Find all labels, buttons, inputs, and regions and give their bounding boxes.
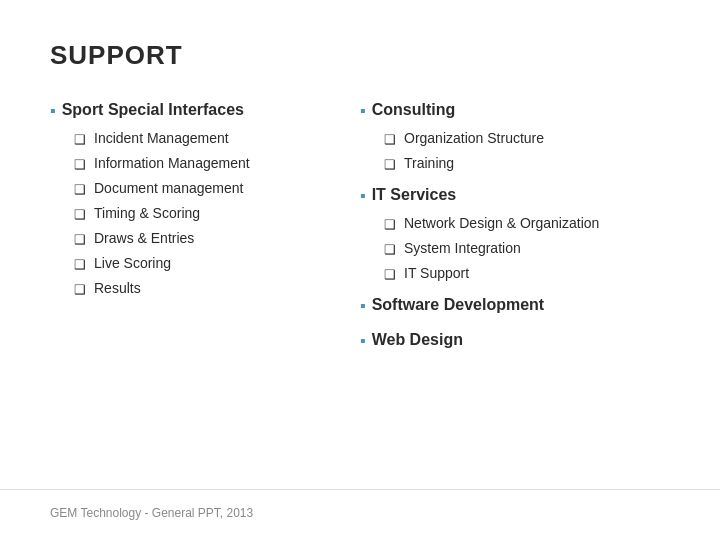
list-item: ❑ Network Design & Organization	[384, 215, 670, 232]
list-item: ❑ Information Management	[74, 155, 360, 172]
right-column: ▪ Consulting ❑ Organization Structure ❑ …	[360, 99, 670, 510]
sub-bullet: ❑	[384, 132, 396, 147]
section-software-dev: ▪ Software Development	[360, 296, 670, 315]
section-sport-special-interfaces: ▪ Sport Special Interfaces	[50, 101, 360, 120]
item-live-scoring: Live Scoring	[94, 255, 171, 271]
list-item: ❑ Results	[74, 280, 360, 297]
sub-bullet: ❑	[74, 257, 86, 272]
sub-bullet: ❑	[384, 267, 396, 282]
page: SUPPORT ▪ Sport Special Interfaces ❑ Inc…	[0, 0, 720, 540]
list-item: ❑ Training	[384, 155, 670, 172]
item-information-management: Information Management	[94, 155, 250, 171]
list-item: ❑ Draws & Entries	[74, 230, 360, 247]
item-network: Network Design & Organization	[404, 215, 599, 231]
sub-bullet: ❑	[74, 232, 86, 247]
list-item: ❑ Incident Management	[74, 130, 360, 147]
sub-bullet: ❑	[384, 242, 396, 257]
content-area: ▪ Sport Special Interfaces ❑ Incident Ma…	[50, 99, 670, 510]
divider	[0, 489, 720, 490]
item-org-structure: Organization Structure	[404, 130, 544, 146]
section-bullet-left: ▪	[50, 102, 56, 120]
section-label-it: IT Services	[372, 186, 457, 204]
sub-bullet: ❑	[74, 132, 86, 147]
sub-bullet: ❑	[74, 182, 86, 197]
item-results: Results	[94, 280, 141, 296]
list-item: ❑ Live Scoring	[74, 255, 360, 272]
page-title: SUPPORT	[50, 40, 670, 71]
list-item: ❑ Organization Structure	[384, 130, 670, 147]
section-it-services: ▪ IT Services	[360, 186, 670, 205]
section-label-sport: Sport Special Interfaces	[62, 101, 244, 119]
section-consulting: ▪ Consulting	[360, 101, 670, 120]
list-item: ❑ System Integration	[384, 240, 670, 257]
footer-text: GEM Technology - General PPT, 2013	[50, 506, 253, 520]
item-system-integration: System Integration	[404, 240, 521, 256]
item-incident-management: Incident Management	[94, 130, 229, 146]
section-label-software: Software Development	[372, 296, 544, 314]
list-item: ❑ Timing & Scoring	[74, 205, 360, 222]
sub-bullet: ❑	[384, 157, 396, 172]
sub-bullet: ❑	[384, 217, 396, 232]
item-document-management: Document management	[94, 180, 243, 196]
sub-bullet: ❑	[74, 207, 86, 222]
item-training: Training	[404, 155, 454, 171]
list-item: ❑ IT Support	[384, 265, 670, 282]
sub-bullet: ❑	[74, 157, 86, 172]
section-web-design: ▪ Web Design	[360, 331, 670, 350]
sub-bullet: ❑	[74, 282, 86, 297]
left-column: ▪ Sport Special Interfaces ❑ Incident Ma…	[50, 99, 360, 510]
list-item: ❑ Document management	[74, 180, 360, 197]
section-bullet-it: ▪	[360, 187, 366, 205]
section-label-consulting: Consulting	[372, 101, 456, 119]
item-timing-scoring: Timing & Scoring	[94, 205, 200, 221]
section-bullet-web: ▪	[360, 332, 366, 350]
section-bullet-consulting: ▪	[360, 102, 366, 120]
item-it-support: IT Support	[404, 265, 469, 281]
section-label-web: Web Design	[372, 331, 463, 349]
item-draws-entries: Draws & Entries	[94, 230, 194, 246]
section-bullet-software: ▪	[360, 297, 366, 315]
